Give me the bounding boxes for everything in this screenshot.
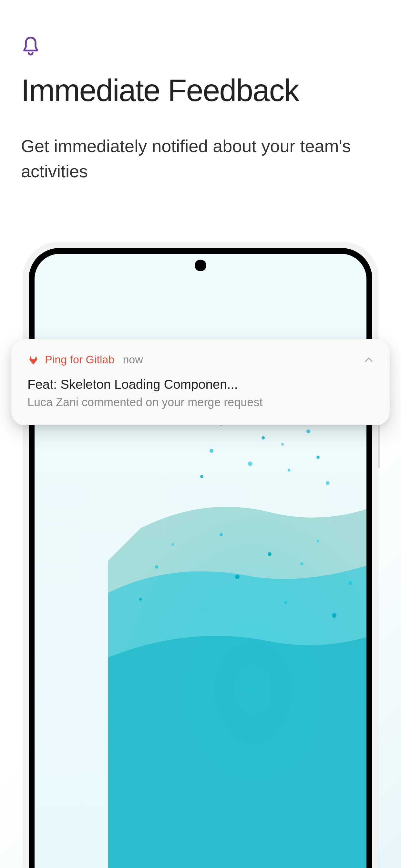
svg-point-29	[203, 607, 207, 611]
svg-point-14	[210, 449, 213, 453]
notification-body: Luca Zani commented on your merge reques…	[27, 396, 374, 409]
page-subtitle: Get immediately notified about your team…	[21, 133, 380, 184]
svg-point-11	[306, 430, 310, 433]
svg-point-13	[281, 443, 284, 445]
svg-point-18	[200, 475, 204, 478]
notification-header: Ping for Gitlab now	[27, 353, 374, 366]
phone-frame	[23, 242, 378, 868]
notification-title: Feat: Skeleton Loading Componen...	[27, 377, 374, 392]
svg-point-24	[155, 565, 158, 569]
svg-point-21	[220, 533, 223, 536]
svg-point-16	[248, 461, 252, 466]
phone-mockup	[23, 242, 378, 868]
svg-point-30	[284, 601, 287, 604]
svg-point-26	[300, 562, 304, 565]
phone-camera	[195, 259, 206, 271]
notification-app-name: Ping for Gitlab	[45, 353, 114, 366]
svg-point-31	[332, 613, 336, 618]
svg-point-23	[317, 540, 319, 542]
svg-point-17	[288, 469, 290, 471]
svg-point-22	[268, 552, 272, 556]
chevron-up-icon[interactable]	[364, 356, 374, 363]
gitlab-icon	[27, 354, 39, 366]
bell-icon	[21, 35, 380, 75]
svg-point-20	[172, 543, 174, 546]
svg-point-19	[326, 481, 330, 485]
page-title: Immediate Feedback	[21, 75, 380, 106]
svg-point-28	[139, 598, 142, 600]
svg-point-12	[261, 436, 265, 439]
svg-point-27	[348, 581, 352, 585]
svg-point-15	[316, 456, 320, 459]
notification-timestamp: now	[123, 353, 143, 366]
svg-point-25	[235, 575, 240, 579]
notification-card[interactable]: Ping for Gitlab now Feat: Skeleton Loadi…	[11, 339, 390, 425]
